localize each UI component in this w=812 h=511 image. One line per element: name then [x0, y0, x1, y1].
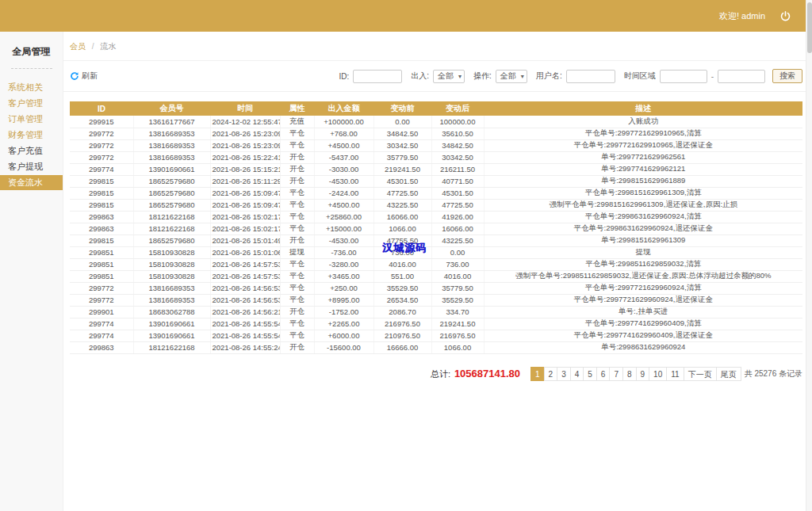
page-button-10[interactable]: 10: [649, 367, 667, 381]
cell-desc: 单号:2998151629961889: [484, 175, 802, 187]
cell-before: 26534.50: [373, 294, 431, 306]
cell-before: 0.00: [373, 116, 431, 128]
page-button-5[interactable]: 5: [583, 367, 597, 381]
table-row: 299774139016906612021-08-26 15:15:21开仓-3…: [70, 163, 802, 175]
username-input[interactable]: [566, 70, 615, 83]
sidebar-item-withdraw[interactable]: 客户提现: [0, 159, 63, 174]
cell-id: 299774: [70, 318, 133, 330]
cell-member: 13616177667: [133, 116, 210, 128]
time-start-input[interactable]: [660, 70, 707, 83]
cell-before: 1066.00: [373, 223, 431, 235]
cell-id: 299774: [70, 330, 133, 341]
page-button-1[interactable]: 1: [530, 367, 545, 381]
inout-select[interactable]: 全部 ▾: [433, 70, 465, 83]
last-page-button[interactable]: 尾页: [716, 367, 741, 381]
cell-time: 2021-08-26 14:56:53: [210, 294, 280, 306]
inout-select-value: 全部: [438, 71, 454, 82]
cell-before: 219241.50: [373, 163, 431, 175]
sidebar-item-recharge[interactable]: 客户充值: [0, 143, 63, 158]
cell-time: 2021-08-26 15:01:49: [210, 235, 280, 246]
cell-desc: 强制平仓单号:2998151629961309,退还保证金,原因:止损: [484, 199, 802, 211]
cell-id: 299772: [70, 294, 133, 306]
cell-amount: +4500.00: [314, 139, 373, 151]
column-header-after: 变动后: [431, 101, 484, 116]
page-button-6[interactable]: 6: [596, 367, 611, 381]
table-row: 299772138166893532021-08-26 15:22:41开仓-5…: [70, 151, 802, 163]
column-header-amount: 出入金额: [314, 101, 373, 116]
cell-time: 2021-08-26 15:01:06: [210, 246, 280, 258]
refresh-button[interactable]: 刷新: [70, 71, 98, 82]
table-row: 299863181216221682021-08-26 15:02:17平仓+1…: [70, 223, 802, 235]
total: 总计: 105687141.80: [431, 368, 520, 380]
cell-id: 299772: [70, 128, 133, 139]
cell-amount: -3030.00: [314, 163, 373, 175]
cell-time: 2021-08-26 15:23:09: [210, 128, 280, 139]
operation-select[interactable]: 全部 ▾: [496, 70, 527, 83]
cell-time: 2021-08-26 14:56:21: [210, 306, 280, 318]
cell-amount: +6000.00: [314, 330, 373, 341]
cell-member: 15810930828: [133, 270, 210, 282]
next-page-button[interactable]: 下一页: [684, 367, 717, 381]
sidebar-item-finance[interactable]: 财务管理: [0, 128, 63, 143]
cell-before: 47725.50: [373, 187, 431, 199]
cell-id: 299863: [70, 341, 133, 353]
cell-amount: -2424.00: [314, 187, 373, 199]
cell-desc: 提现: [484, 246, 802, 258]
pagination: 1234567891011 下一页 尾页 共 25276 条记录: [531, 367, 802, 381]
cell-type: 开仓: [280, 235, 314, 246]
id-input[interactable]: [353, 70, 402, 83]
cell-time: 2021-08-26 15:09:47: [210, 187, 280, 199]
cell-time: 2021-08-26 14:55:54: [210, 318, 280, 330]
table-row: 299863181216221682021-08-26 14:55:24开仓-1…: [70, 341, 802, 353]
page-button-11[interactable]: 11: [666, 367, 684, 381]
cell-amount: -5437.00: [314, 151, 373, 163]
cell-time: 2021-08-26 15:02:17: [210, 211, 280, 223]
sidebar-item-system[interactable]: 系统相关: [0, 80, 63, 95]
cell-amount: +2265.00: [314, 318, 373, 330]
cell-after: 100000.00: [431, 116, 484, 128]
time-end-input[interactable]: [718, 70, 765, 83]
sidebar-item-customer[interactable]: 客户管理: [0, 96, 63, 111]
cell-id: 299915: [70, 116, 133, 128]
page-button-9[interactable]: 9: [636, 367, 650, 381]
cell-after: 35779.50: [431, 282, 484, 294]
cell-desc: 平仓单号:2998151629961309,清算: [484, 187, 802, 199]
page-button-8[interactable]: 8: [622, 367, 637, 381]
table-header-row: ID会员号时间属性出入金额变动前变动后描述: [70, 101, 802, 116]
page-button-3[interactable]: 3: [557, 367, 571, 381]
cell-before: 16666.00: [373, 341, 431, 353]
top-bar: 欢迎! admin: [0, 0, 806, 32]
cell-after: 1066.00: [431, 341, 484, 353]
time-range-label: 时间区域: [624, 71, 656, 82]
breadcrumb-member-link[interactable]: 会员: [70, 42, 86, 51]
cell-after: 219241.50: [431, 318, 484, 330]
scrollbar-thumb[interactable]: [807, 2, 812, 53]
cell-id: 299774: [70, 163, 133, 175]
chevron-down-icon: ▾: [521, 73, 524, 80]
page-button-7[interactable]: 7: [609, 367, 623, 381]
cell-desc: 单号:2998631629960924: [484, 341, 802, 353]
cell-after: 41926.00: [431, 211, 484, 223]
cell-amount: +4500.00: [314, 199, 373, 211]
cell-after: 40771.50: [431, 175, 484, 187]
page-button-2[interactable]: 2: [544, 367, 558, 381]
table-row: 299772138166893532021-08-26 15:23:09平仓+4…: [70, 139, 802, 151]
cell-type: 平仓: [280, 258, 314, 270]
sidebar-item-flow[interactable]: 资金流水: [0, 175, 63, 190]
cell-before: 4016.00: [373, 258, 431, 270]
cell-id: 299851: [70, 258, 133, 270]
sidebar-item-order[interactable]: 订单管理: [0, 112, 63, 127]
column-header-id: ID: [70, 101, 133, 116]
cell-before: 736.00: [373, 246, 431, 258]
column-header-time: 时间: [210, 101, 280, 116]
page-button-4[interactable]: 4: [570, 367, 584, 381]
vertical-scrollbar[interactable]: [806, 0, 812, 511]
column-header-before: 变动前: [373, 101, 431, 116]
table-body: 299915136161776672024-12-02 12:55:47充值+1…: [70, 116, 802, 353]
cell-id: 299863: [70, 223, 133, 235]
search-button[interactable]: 搜索: [772, 69, 802, 83]
cell-desc: 平仓单号:2997721629960924,退还保证金: [484, 294, 802, 306]
cell-member: 13901690661: [133, 163, 210, 175]
cell-desc: 单号:2998151629961309: [484, 235, 802, 246]
logout-power-icon[interactable]: [779, 10, 791, 22]
